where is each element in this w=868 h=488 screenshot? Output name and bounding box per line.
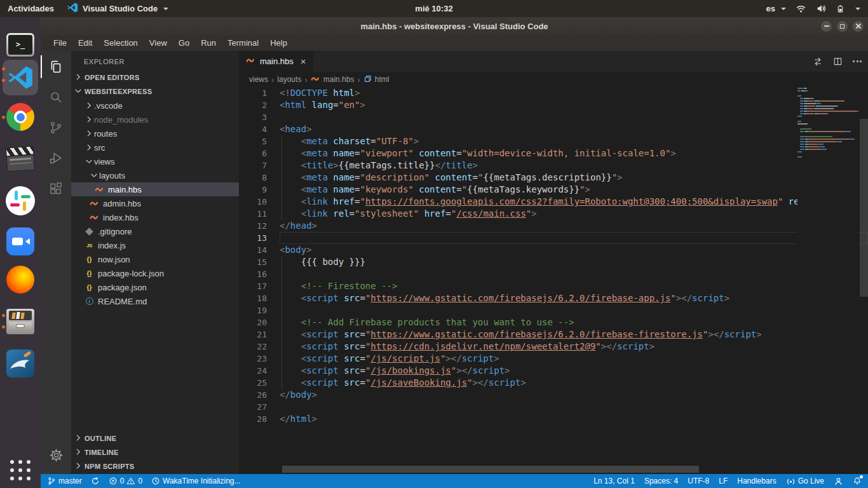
keyboard-layout-menu[interactable]: es (766, 4, 786, 13)
code-line-26[interactable]: </body> (280, 389, 868, 401)
workspace-section[interactable]: WEBSITEEXPRESS (71, 85, 239, 98)
section-outline[interactable]: OUTLINE (71, 431, 239, 445)
wakatime-status[interactable]: WakaTime Initializing... (151, 477, 240, 485)
menu-view[interactable]: View (144, 36, 173, 50)
dock-show-applications[interactable] (5, 455, 36, 485)
tree-item-layouts[interactable]: layouts (71, 168, 239, 182)
dock-video-editor[interactable] (5, 144, 36, 174)
title-bar[interactable]: main.hbs - websiteexpress - Visual Studi… (41, 17, 868, 35)
code-line-9[interactable]: <meta name="keywords" content="{{metaTag… (280, 184, 868, 196)
menu-terminal[interactable]: Terminal (222, 36, 264, 50)
menu-selection[interactable]: Selection (98, 36, 143, 50)
menu-go[interactable]: Go (173, 36, 195, 50)
dock-slack[interactable] (5, 186, 36, 216)
code-line-21[interactable]: <script src="https://www.gstatic.com/fir… (280, 329, 868, 341)
system-menu-chevron-icon[interactable] (855, 8, 860, 10)
sync-button[interactable] (91, 477, 100, 485)
open-editors-section[interactable]: OPEN EDITORS (71, 71, 239, 85)
dock-file-archiver[interactable] (5, 306, 36, 337)
dock-mysql-workbench[interactable] (5, 348, 36, 379)
indentation-status[interactable]: Spaces: 4 (644, 477, 678, 485)
code-line-10[interactable]: <link href="https://fonts.googleapis.com… (280, 196, 868, 208)
encoding-status[interactable]: UTF-8 (688, 477, 709, 485)
dock-zoom[interactable] (5, 226, 36, 257)
app-menu[interactable]: Visual Studio Code (67, 2, 168, 15)
problems-status[interactable]: 0 0 (109, 477, 142, 485)
open-changes-icon[interactable] (813, 57, 823, 67)
dock-visual-studio-code[interactable] (3, 60, 38, 95)
breadcrumb-html-symbol[interactable]: html (363, 74, 390, 85)
eol-status[interactable]: LF (719, 477, 728, 485)
menu-help[interactable]: Help (264, 36, 293, 50)
source-control-icon[interactable] (41, 117, 71, 139)
horizontal-scrollbar[interactable] (282, 466, 699, 473)
code-line-20[interactable]: <!-- Add Firebase products that you want… (280, 316, 868, 329)
code-line-24[interactable]: <script src="/js/bookings.js"></script> (280, 365, 868, 377)
code-line-13[interactable] (280, 232, 868, 244)
tree-item-package-json[interactable]: {}package.json (71, 280, 239, 294)
git-branch-status[interactable]: master (47, 477, 82, 485)
tree-item-readme-md[interactable]: iREADME.md (71, 294, 239, 308)
vertical-scrollbar[interactable] (860, 119, 868, 297)
tree-item-admin-hbs[interactable]: admin.hbs (71, 196, 239, 210)
extensions-icon[interactable] (41, 178, 71, 200)
code-line-5[interactable]: <meta charset="UTF-8"> (280, 135, 868, 147)
code-line-23[interactable]: <script src="/js/script.js"></script> (280, 353, 868, 365)
code-line-16[interactable] (280, 268, 868, 280)
tree-item-index-js[interactable]: JSindex.js (71, 238, 239, 252)
code-line-11[interactable]: <link rel="stylesheet" href="/css/main.c… (280, 208, 868, 220)
go-live-button[interactable]: Go Live (786, 477, 824, 486)
files-icon[interactable] (41, 56, 71, 78)
minimap[interactable] (797, 87, 859, 474)
tree-item-package-lock-json[interactable]: {}package-lock.json (71, 266, 239, 280)
cursor-position-status[interactable]: Ln 13, Col 1 (593, 477, 635, 485)
feedback-button[interactable] (834, 477, 843, 486)
tab-main-hbs[interactable]: main.hbs × (239, 51, 313, 72)
code-line-12[interactable]: </head> (280, 220, 868, 232)
dock-google-chrome[interactable] (5, 102, 36, 132)
manage-gear-icon[interactable] (41, 444, 71, 466)
language-mode-status[interactable]: Handlebars (737, 477, 776, 485)
menu-file[interactable]: File (48, 36, 72, 50)
menu-edit[interactable]: Edit (72, 36, 98, 50)
breadcrumb-layouts[interactable]: layouts (277, 75, 301, 84)
tree-item-src[interactable]: src (71, 140, 239, 154)
code-line-4[interactable]: <head> (280, 123, 868, 135)
code-line-27[interactable] (280, 401, 868, 413)
code-line-15[interactable]: {{{ body }}} (280, 256, 868, 268)
code-line-8[interactable]: <meta name="description" content="{{meta… (280, 172, 868, 184)
tree-item-views[interactable]: views (71, 154, 239, 168)
code-line-18[interactable]: <script src="https://www.gstatic.com/fir… (280, 292, 868, 304)
maximize-button[interactable] (837, 21, 848, 32)
code-line-25[interactable]: <script src="/js/saveBooking.js"></scrip… (280, 377, 868, 389)
code-line-19[interactable] (280, 304, 868, 316)
more-actions-icon[interactable] (853, 60, 862, 62)
code-line-28[interactable]: </html> (280, 413, 868, 425)
tree-item-main-hbs[interactable]: main.hbs (71, 182, 239, 196)
code-line-17[interactable]: <!-- Firestone --> (280, 280, 868, 292)
code-line-2[interactable]: <html lang="en"> (280, 99, 868, 111)
dock-firefox[interactable] (5, 264, 36, 295)
code-line-3[interactable] (280, 111, 868, 123)
tree-item-node-modules[interactable]: node_modules (71, 112, 239, 126)
tree-item--gitignore[interactable]: .gitignore (71, 224, 239, 238)
breadcrumb-views[interactable]: views (249, 75, 268, 84)
close-button[interactable] (853, 21, 864, 32)
menu-run[interactable]: Run (195, 36, 222, 50)
code-line-14[interactable]: <body> (280, 244, 868, 256)
dock-terminal-app[interactable]: >_ (5, 29, 36, 60)
tree-item--vscode[interactable]: .vscode (71, 98, 239, 112)
code-line-7[interactable]: <title>{{metaTags.title}}</title> (280, 159, 868, 172)
code-editor[interactable]: 1<!DOCTYPE html>2<html lang="en">34<head… (239, 87, 868, 474)
code-line-6[interactable]: <meta name="viewport" content="width=dev… (280, 147, 868, 159)
breadcrumb-main-hbs[interactable]: main.hbs (311, 74, 355, 86)
section-timeline[interactable]: TIMELINE (71, 445, 239, 459)
tree-item-now-json[interactable]: {}now.json (71, 252, 239, 266)
code-line-22[interactable]: <script src="https://cdn.jsdelivr.net/np… (280, 341, 868, 353)
run-debug-icon[interactable] (41, 147, 71, 169)
split-editor-icon[interactable] (833, 57, 843, 66)
activities-button[interactable]: Actividades (8, 4, 54, 13)
code-line-1[interactable]: <!DOCTYPE html> (280, 87, 868, 99)
tree-item-index-hbs[interactable]: index.hbs (71, 210, 239, 224)
notifications-bell[interactable] (853, 477, 862, 485)
